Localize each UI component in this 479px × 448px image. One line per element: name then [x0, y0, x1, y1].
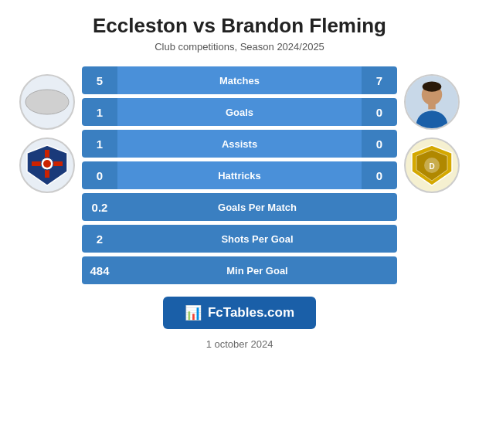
assists-label: Assists [222, 138, 257, 150]
svg-point-0 [25, 90, 69, 114]
shots-per-goal-label: Shots per goal [221, 233, 293, 245]
goals-left-val: 1 [82, 98, 117, 126]
matches-right-val: 7 [362, 66, 397, 94]
stats-column: 5 Matches 7 1 Goals 0 1 Assists 0 [82, 66, 397, 284]
matches-left-val: 5 [82, 66, 117, 94]
page-title: Eccleston vs Brandon Fleming [93, 14, 386, 38]
right-logos: D [397, 66, 467, 193]
goals-bar: Goals [117, 98, 362, 126]
svg-rect-9 [428, 104, 435, 110]
fctables-banner[interactable]: 📊 FcTables.com [163, 297, 316, 329]
page-subtitle: Club competitions, Season 2024/2025 [155, 41, 324, 53]
stat-row-matches: 5 Matches 7 [82, 66, 397, 94]
matches-label: Matches [219, 75, 260, 87]
fctables-icon: 📊 [185, 304, 202, 321]
assists-left-val: 1 [82, 130, 117, 158]
left-logos [12, 66, 82, 193]
goals-per-match-bar: Goals per match [117, 193, 397, 221]
comparison-area: 5 Matches 7 1 Goals 0 1 Assists 0 [12, 66, 467, 284]
assists-bar: Assists [117, 130, 362, 158]
goals-right-val: 0 [362, 98, 397, 126]
hattricks-right-val: 0 [362, 161, 397, 189]
min-per-goal-bar: Min per goal [117, 256, 397, 284]
min-per-goal-left-val: 484 [82, 256, 117, 284]
goals-label: Goals [226, 107, 253, 118]
svg-text:D: D [429, 162, 434, 171]
eccleston-logo [19, 74, 75, 130]
min-per-goal-label: Min per goal [226, 265, 287, 277]
stat-row-min-per-goal: 484 Min per goal [82, 256, 397, 284]
goals-per-match-left-val: 0.2 [82, 193, 117, 221]
doncaster-badge: D [404, 137, 460, 193]
stat-row-goals: 1 Goals 0 [82, 98, 397, 126]
svg-point-8 [423, 82, 442, 92]
hattricks-left-val: 0 [82, 161, 117, 189]
barrow-afc-badge [19, 137, 75, 193]
brandon-fleming-photo [404, 74, 460, 130]
goals-per-match-label: Goals per match [218, 202, 297, 213]
hattricks-bar: Hattricks [117, 161, 362, 189]
matches-bar: Matches [117, 66, 362, 94]
hattricks-label: Hattricks [218, 170, 261, 182]
date-footer: 1 october 2024 [206, 338, 273, 350]
shots-per-goal-left-val: 2 [82, 225, 117, 253]
stat-row-assists: 1 Assists 0 [82, 130, 397, 158]
stat-row-shots-per-goal: 2 Shots per goal [82, 225, 397, 253]
assists-right-val: 0 [362, 130, 397, 158]
svg-point-5 [43, 160, 51, 168]
shots-per-goal-bar: Shots per goal [117, 225, 397, 253]
stat-row-goals-per-match: 0.2 Goals per match [82, 193, 397, 221]
fctables-text: FcTables.com [208, 305, 294, 321]
stat-row-hattricks: 0 Hattricks 0 [82, 161, 397, 189]
page-container: Eccleston vs Brandon Fleming Club compet… [0, 0, 479, 448]
